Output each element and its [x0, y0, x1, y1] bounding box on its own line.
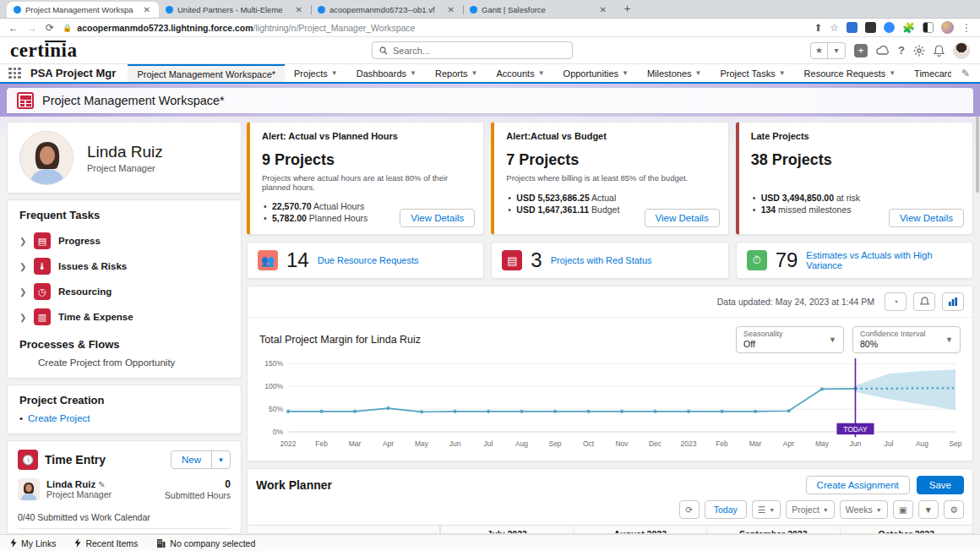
- extensions-puzzle-icon[interactable]: 🧩: [902, 22, 915, 34]
- edit-pencil-icon[interactable]: ✎: [98, 480, 105, 489]
- seasonality-select[interactable]: SeasonalityOff ▼: [736, 326, 844, 353]
- svg-text:Nov: Nov: [615, 439, 629, 448]
- tab-close-icon[interactable]: ✕: [294, 5, 304, 14]
- project-select[interactable]: Project▼: [786, 500, 835, 519]
- chevron-right-icon[interactable]: ❯: [19, 287, 26, 297]
- browser-profile-avatar[interactable]: [941, 21, 954, 34]
- alert-description: Projects where billing is at least 85% o…: [506, 173, 717, 183]
- tab-close-icon[interactable]: ✕: [598, 5, 608, 14]
- chevron-down-icon: ▼: [829, 336, 836, 344]
- nav-tab-dashboards[interactable]: Dashboards▼: [347, 64, 426, 82]
- nav-tab-resource-requests[interactable]: Resource Requests▼: [795, 64, 906, 82]
- nav-tab-project-tasks[interactable]: Project Tasks▼: [710, 64, 794, 82]
- tab-close-icon[interactable]: ✕: [142, 5, 152, 14]
- nav-tab-timecards[interactable]: Timecards▼: [905, 64, 951, 82]
- url-bar[interactable]: 🔒 acoopermanmdo5723.lightning.force.com/…: [63, 23, 805, 33]
- task-item-issues-risks[interactable]: ❯ 🌡 Issues & Risks: [19, 254, 229, 279]
- submitted-hours-value: 0: [165, 478, 231, 490]
- nav-tab-reports[interactable]: Reports▼: [426, 64, 487, 82]
- app-name[interactable]: PSA Project Mgr: [30, 64, 116, 82]
- screenshot-extension-icon[interactable]: [865, 22, 876, 33]
- bell-icon[interactable]: [913, 292, 935, 311]
- palette-icon[interactable]: ◔: [885, 292, 906, 311]
- setup-gear-icon[interactable]: [913, 45, 925, 57]
- favorites-dropdown-icon[interactable]: ▾: [828, 43, 845, 58]
- nav-tab-projects[interactable]: Projects▼: [285, 64, 347, 82]
- task-item-time-expense[interactable]: ❯ ▥ Time & Expense: [19, 304, 229, 330]
- view-details-button[interactable]: View Details: [645, 209, 720, 227]
- browser-tab-2[interactable]: United Partners - Multi-Eleme ✕: [159, 2, 311, 18]
- split-view-icon[interactable]: [923, 22, 934, 33]
- reload-button[interactable]: ⟳: [46, 22, 54, 34]
- gantt-name-header: Name: [248, 526, 440, 533]
- refresh-icon[interactable]: ⟳: [679, 500, 700, 519]
- edit-nav-pencil-icon[interactable]: ✎: [951, 64, 980, 82]
- save-button[interactable]: Save: [917, 476, 964, 494]
- browser-tab-4[interactable]: Gantt | Salesforce ✕: [463, 2, 615, 18]
- chevron-down-icon: ▼: [945, 336, 953, 344]
- sort-icon[interactable]: ☰▼: [752, 500, 781, 519]
- chevron-right-icon[interactable]: ❯: [19, 313, 26, 322]
- view-details-button[interactable]: View Details: [400, 209, 475, 227]
- browser-tab-1[interactable]: Project Management Workspa ✕: [7, 2, 159, 18]
- share-icon[interactable]: ⬆: [814, 22, 822, 34]
- notifications-bell-icon[interactable]: [934, 45, 945, 57]
- task-item-resourcing[interactable]: ❯ ◷ Resourcing: [19, 279, 229, 304]
- recent-items-button[interactable]: Recent Items: [74, 538, 138, 548]
- chevron-down-icon: ▼: [889, 69, 896, 77]
- favorites-button-group[interactable]: ★ ▾: [810, 42, 846, 59]
- new-tab-button[interactable]: ＋: [622, 1, 633, 18]
- zoom-extension-icon[interactable]: [884, 22, 895, 33]
- alert-card-actual-vs-budget: Alert:Actual vs Budget 7 Projects Projec…: [491, 122, 728, 235]
- create-project-link[interactable]: Create Project: [19, 413, 229, 423]
- svg-text:Oct: Oct: [583, 439, 595, 448]
- utility-bar: My Links Recent Items No company selecte…: [0, 534, 980, 551]
- nav-tab-workspace[interactable]: Project Management Workspace*: [128, 64, 285, 82]
- browser-tab-3[interactable]: acoopermanmdo5723--ob1.vf ✕: [311, 2, 463, 18]
- svg-text:Apr: Apr: [783, 439, 794, 448]
- global-actions-icon[interactable]: ＋: [854, 44, 868, 57]
- today-button[interactable]: Today: [705, 500, 747, 519]
- nav-tab-milestones[interactable]: Milestones▼: [638, 64, 711, 82]
- nav-tab-accounts[interactable]: Accounts▼: [487, 64, 553, 82]
- alert-bullet: USD 3,494,850.00 at risk: [751, 192, 962, 204]
- chevron-right-icon[interactable]: ❯: [19, 262, 26, 271]
- browser-menu-icon[interactable]: ⋮: [961, 22, 972, 34]
- page-scrollbar[interactable]: [975, 117, 980, 534]
- kpi-link[interactable]: Estimates vs Actuals with High Variance: [806, 250, 962, 270]
- filter-icon[interactable]: ▼: [918, 500, 939, 519]
- columns-icon[interactable]: ▣: [893, 500, 913, 519]
- chart-icon[interactable]: [942, 292, 964, 311]
- settings-gear-icon[interactable]: ⚙: [944, 500, 964, 519]
- svg-text:May: May: [815, 439, 830, 448]
- bookmark-star-icon[interactable]: ☆: [830, 22, 839, 34]
- user-avatar[interactable]: [953, 42, 970, 59]
- back-button[interactable]: ←: [8, 22, 19, 34]
- extension-icon[interactable]: [847, 22, 858, 33]
- help-icon[interactable]: ?: [898, 44, 905, 57]
- time-entry-person-role: Project Manager: [46, 489, 112, 499]
- create-project-from-opportunity-link[interactable]: Create Project from Opportunity: [19, 357, 229, 368]
- global-search-input[interactable]: Search...: [372, 41, 573, 59]
- chevron-down-icon: ▼: [876, 507, 882, 513]
- my-links-button[interactable]: My Links: [10, 538, 56, 548]
- kpi-link[interactable]: Due Resource Requests: [318, 255, 419, 265]
- svg-text:Jun: Jun: [850, 439, 862, 448]
- company-selector[interactable]: No company selected: [156, 538, 255, 548]
- forward-button[interactable]: →: [27, 22, 37, 34]
- tab-close-icon[interactable]: ✕: [446, 5, 456, 14]
- kpi-link[interactable]: Projects with Red Status: [551, 255, 652, 265]
- new-button[interactable]: New: [172, 451, 211, 468]
- weeks-select[interactable]: Weeks▼: [840, 500, 888, 519]
- confidence-interval-select[interactable]: Confidence Interval80% ▼: [852, 326, 961, 353]
- task-item-progress[interactable]: ❯ ▤ Progress: [19, 228, 229, 254]
- favorites-star-icon[interactable]: ★: [811, 43, 828, 58]
- create-assignment-button[interactable]: Create Assignment: [806, 476, 910, 494]
- new-dropdown-icon[interactable]: ▼: [211, 451, 230, 468]
- app-launcher-icon[interactable]: [8, 64, 22, 82]
- chevron-right-icon[interactable]: ❯: [19, 237, 26, 246]
- tab-favicon: [470, 6, 477, 14]
- setup-assistant-icon[interactable]: [876, 46, 890, 56]
- nav-tab-opportunities[interactable]: Opportunities▼: [554, 64, 638, 82]
- view-details-button[interactable]: View Details: [889, 209, 964, 227]
